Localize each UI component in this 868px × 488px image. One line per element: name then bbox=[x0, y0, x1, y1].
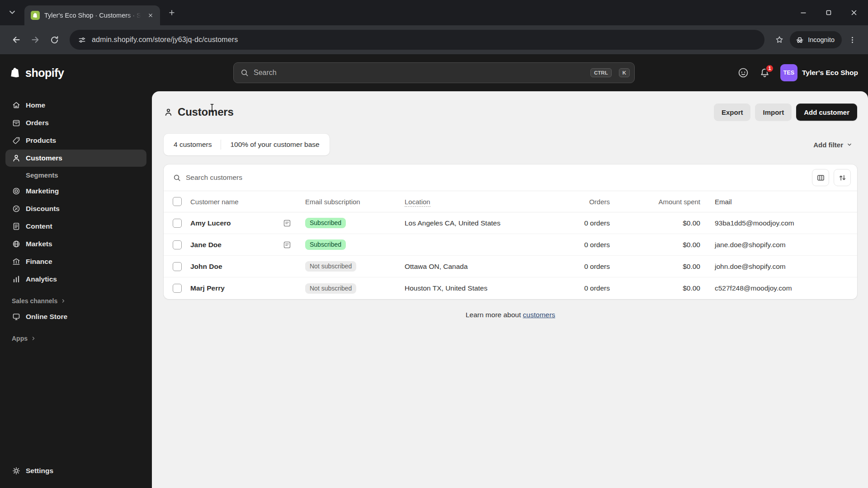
col-amount-spent[interactable]: Amount spent bbox=[613, 198, 704, 206]
chevron-right-icon bbox=[61, 298, 66, 304]
col-email-subscription[interactable]: Email subscription bbox=[305, 198, 405, 206]
row-checkbox[interactable] bbox=[173, 262, 182, 271]
sidebar-item-settings[interactable]: Settings bbox=[5, 462, 146, 479]
location-cell: Houston TX, United States bbox=[405, 284, 559, 292]
sidebar-item-marketing[interactable]: Marketing bbox=[5, 183, 146, 200]
table-row[interactable]: Amy Lucero Subscribed Los Angeles CA, Un… bbox=[164, 212, 857, 234]
sidebar-item-orders[interactable]: Orders bbox=[5, 114, 146, 131]
add-filter-button[interactable]: Add filter bbox=[809, 137, 857, 152]
shopify-bag-icon bbox=[10, 66, 22, 79]
browser-tab-strip: Tyler's Eco Shop · Customers · S bbox=[0, 0, 868, 25]
table-footer: Learn more about customers bbox=[164, 311, 857, 319]
orders-cell: 0 orders bbox=[559, 219, 613, 227]
sidebar-item-analytics[interactable]: Analytics bbox=[5, 271, 146, 288]
orders-icon bbox=[12, 118, 21, 127]
address-bar[interactable]: admin.shopify.com/store/jy63jq-dc/custom… bbox=[70, 30, 764, 50]
browser-menu-icon[interactable] bbox=[844, 32, 860, 47]
col-location[interactable]: Location bbox=[405, 198, 559, 206]
sidekick-icon[interactable] bbox=[737, 67, 749, 79]
window-controls bbox=[799, 0, 858, 25]
add-customer-button[interactable]: Add customer bbox=[796, 103, 857, 121]
markets-icon bbox=[12, 239, 21, 249]
page-header: Customers Export Import Add customer bbox=[164, 103, 857, 121]
sidebar-item-markets[interactable]: Markets bbox=[5, 235, 146, 253]
table-row[interactable]: Jane Doe Subscribed 0 orders $0.00 jane.… bbox=[164, 234, 857, 256]
table-row[interactable]: Marj Perry Not subscribed Houston TX, Un… bbox=[164, 277, 857, 299]
kbd-k: K bbox=[619, 68, 630, 77]
reload-icon[interactable] bbox=[46, 32, 62, 48]
search-customers-input[interactable] bbox=[186, 174, 807, 182]
row-checkbox[interactable] bbox=[173, 240, 182, 249]
col-customer-name[interactable]: Customer name bbox=[190, 198, 305, 206]
sidebar-item-home[interactable]: Home bbox=[5, 97, 146, 114]
sidebar-item-finance[interactable]: Finance bbox=[5, 253, 146, 270]
col-email[interactable]: Email bbox=[704, 198, 857, 206]
products-icon bbox=[12, 136, 21, 145]
customers-help-link[interactable]: customers bbox=[523, 311, 556, 319]
browser-toolbar: admin.shopify.com/store/jy63jq-dc/custom… bbox=[0, 25, 868, 54]
notifications-bell-icon[interactable]: 1 bbox=[759, 67, 770, 79]
sort-button[interactable] bbox=[834, 169, 851, 186]
online-store-icon bbox=[12, 312, 21, 321]
tab-search-icon[interactable] bbox=[7, 7, 18, 18]
store-avatar: TES bbox=[780, 64, 797, 81]
amount-spent-cell: $0.00 bbox=[613, 263, 704, 271]
store-menu[interactable]: TES Tyler's Eco Shop bbox=[780, 64, 858, 81]
global-search[interactable]: CTRL K bbox=[233, 62, 635, 83]
note-icon bbox=[283, 240, 292, 249]
global-search-input[interactable] bbox=[254, 69, 583, 77]
settings-gear-icon bbox=[12, 466, 21, 475]
browser-tab[interactable]: Tyler's Eco Shop · Customers · S bbox=[24, 5, 160, 25]
stats-row: 4 customers 100% of your customer base A… bbox=[164, 134, 857, 155]
tab-close-icon[interactable] bbox=[146, 10, 156, 20]
col-orders[interactable]: Orders bbox=[559, 198, 613, 206]
customers-icon bbox=[12, 154, 21, 163]
email-cell: c527f248@moodjoy.com bbox=[704, 284, 857, 292]
bookmark-star-icon[interactable] bbox=[772, 32, 787, 47]
customer-name-link[interactable]: Amy Lucero bbox=[190, 219, 231, 227]
subscription-badge: Not subscribed bbox=[305, 261, 356, 272]
sidebar-section-apps[interactable]: Apps bbox=[5, 326, 146, 346]
table-search-row bbox=[164, 164, 857, 191]
table-row[interactable]: John Doe Not subscribed Ottawa ON, Canad… bbox=[164, 256, 857, 277]
new-tab-icon[interactable] bbox=[165, 6, 178, 19]
tab-title: Tyler's Eco Shop · Customers · S bbox=[44, 12, 141, 19]
site-info-icon[interactable] bbox=[78, 36, 86, 44]
sidebar-item-discounts[interactable]: Discounts bbox=[5, 200, 146, 217]
window-maximize-icon[interactable] bbox=[825, 9, 833, 17]
customer-name-link[interactable]: John Doe bbox=[190, 263, 222, 271]
sidebar-item-customers[interactable]: Customers bbox=[5, 150, 146, 167]
window-close-icon[interactable] bbox=[850, 9, 858, 17]
amount-spent-cell: $0.00 bbox=[613, 219, 704, 227]
customer-count: 4 customers bbox=[174, 141, 212, 149]
customers-table-card: Customer name Email subscription Locatio… bbox=[164, 164, 857, 299]
row-checkbox[interactable] bbox=[173, 284, 182, 293]
email-cell: jane.doe@shopify.com bbox=[704, 241, 857, 249]
select-all-checkbox[interactable] bbox=[173, 197, 182, 206]
location-cell: Los Angeles CA, United States bbox=[405, 219, 559, 227]
window-minimize-icon[interactable] bbox=[799, 9, 807, 17]
export-button[interactable]: Export bbox=[714, 103, 751, 121]
columns-view-button[interactable] bbox=[812, 169, 829, 186]
sidebar-item-online-store[interactable]: Online Store bbox=[5, 308, 146, 325]
customer-name-link[interactable]: Marj Perry bbox=[190, 284, 225, 292]
sidebar: Home Orders Products Customers Segments … bbox=[0, 91, 152, 488]
import-button[interactable]: Import bbox=[755, 103, 792, 121]
shopify-logo[interactable]: shopify bbox=[10, 66, 64, 80]
sidebar-item-segments[interactable]: Segments bbox=[5, 167, 146, 183]
back-icon[interactable] bbox=[8, 32, 24, 48]
home-icon bbox=[12, 101, 21, 110]
table-header: Customer name Email subscription Locatio… bbox=[164, 191, 857, 212]
store-name: Tyler's Eco Shop bbox=[802, 69, 858, 77]
row-checkbox[interactable] bbox=[173, 219, 182, 228]
orders-cell: 0 orders bbox=[559, 284, 613, 292]
sidebar-item-content[interactable]: Content bbox=[5, 218, 146, 235]
customer-name-link[interactable]: Jane Doe bbox=[190, 241, 222, 249]
forward-icon[interactable] bbox=[27, 32, 43, 48]
sidebar-item-products[interactable]: Products bbox=[5, 132, 146, 149]
table-search[interactable] bbox=[170, 174, 807, 182]
orders-cell: 0 orders bbox=[559, 241, 613, 249]
customer-base-percentage: 100% of your customer base bbox=[230, 141, 319, 149]
sidebar-section-sales-channels[interactable]: Sales channels bbox=[5, 288, 146, 308]
marketing-icon bbox=[12, 187, 21, 196]
